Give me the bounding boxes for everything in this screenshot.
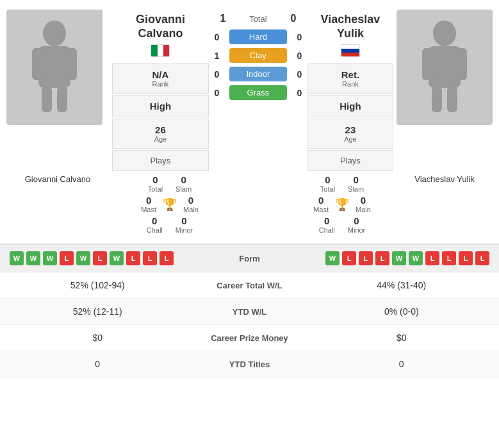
left-mast-lbl: Mast [141, 206, 156, 213]
left-age-box: 26 Age [112, 119, 209, 149]
comp-left-1: 52% (12-11) [10, 306, 186, 317]
right-player-silhouette [419, 19, 470, 115]
left-rank-value: N/A [116, 69, 205, 80]
right-indoor-score: 0 [295, 69, 304, 79]
left-indoor-score: 0 [212, 69, 222, 79]
trophy-right: 🏆 [335, 197, 349, 212]
left-player-photo-card [6, 10, 109, 125]
form-badge-rw3: W [409, 251, 423, 265]
left-chall-lbl: Chall [147, 226, 163, 234]
svg-point-6 [433, 21, 456, 46]
comparison-row-2: $0 Career Prize Money $0 [0, 325, 499, 351]
form-badge-lw4: W [76, 251, 90, 265]
right-age-value: 23 [311, 124, 389, 135]
comparison-row-3: 0 YTD Titles 0 [0, 351, 499, 377]
comp-right-1: 0% (0-0) [314, 306, 490, 317]
svg-rect-2 [32, 48, 44, 80]
form-badge-rl1: L [342, 251, 356, 265]
right-form: W L L L W W L L L L [275, 251, 490, 265]
left-rank-label: Rank [116, 80, 205, 88]
left-total-lbl: Total [148, 185, 163, 193]
left-slam-lbl: Slam [176, 185, 192, 193]
comp-right-3: 0 [314, 359, 490, 369]
comp-label-1: YTD W/L [186, 307, 314, 317]
right-player-name-header: Viacheslav Yulik [307, 13, 393, 40]
comp-label-2: Career Prize Money [186, 333, 314, 343]
left-total-val: 0 [148, 174, 163, 185]
right-player-flag [341, 44, 360, 57]
comp-left-3: 0 [10, 359, 186, 369]
left-player-info: Giovanni Calvano N/A Rank High 26 Age Pl… [112, 10, 209, 171]
right-total-lbl: Total [320, 185, 335, 193]
left-plays-box: Plays [112, 150, 209, 171]
right-slam-val: 0 [348, 174, 364, 185]
right-clay-score: 0 [295, 51, 304, 61]
comp-left-2: $0 [10, 333, 186, 343]
svg-rect-11 [447, 87, 457, 112]
left-mast-val: 0 [141, 195, 156, 206]
comp-label-3: YTD Titles [186, 360, 314, 369]
right-hard-score: 0 [295, 32, 304, 42]
left-main-val: 0 [183, 195, 199, 206]
comparison-row-1: 52% (12-11) YTD W/L 0% (0-0) [0, 299, 499, 325]
hard-button: Hard [229, 29, 287, 44]
form-badge-lw1: W [10, 251, 24, 265]
right-plays-value: Plays [311, 156, 389, 165]
indoor-button: Indoor [229, 67, 287, 81]
right-mast-val: 0 [313, 195, 329, 206]
svg-rect-3 [65, 48, 77, 80]
right-minor-lbl: Minor [348, 226, 366, 234]
right-mast-lbl: Mast [313, 206, 329, 213]
form-badge-ll4: L [143, 251, 157, 265]
right-player-name: Viacheslav Yulik [397, 174, 493, 184]
right-chall-lbl: Chall [319, 226, 335, 234]
bottom-section: W W W L W L W L L L Form W L L L W W L L [0, 244, 499, 377]
left-player-name: Giovanni Calvano [6, 174, 109, 184]
svg-rect-8 [422, 48, 434, 80]
right-rank-value: Ret. [311, 69, 389, 80]
form-badge-lw2: W [26, 251, 40, 265]
form-badge-rl4: L [425, 251, 439, 265]
right-player-photo-card [397, 10, 493, 125]
total-label: Total [239, 14, 277, 24]
left-form: W W W L W L W L L L [10, 251, 224, 265]
center-scores: 1 Total 0 0 Hard 0 1 Clay 0 0 Indoor 0 0 [212, 10, 304, 104]
right-age-label: Age [311, 135, 389, 143]
form-badge-ll1: L [60, 251, 74, 265]
right-slam-lbl: Slam [348, 185, 364, 193]
right-high-box: High [307, 95, 393, 117]
svg-rect-9 [455, 48, 467, 80]
left-player-flag [151, 44, 170, 57]
form-badge-ll5: L [160, 251, 174, 265]
left-player-name-header: Giovanni Calvano [112, 13, 209, 40]
right-grass-score: 0 [295, 88, 304, 98]
left-grass-score: 0 [212, 88, 222, 98]
right-main-val: 0 [356, 195, 371, 206]
form-row: W W W L W L W L L L Form W L L L W W L L [0, 245, 499, 272]
svg-rect-10 [432, 87, 442, 112]
comp-left-0: 52% (102-94) [10, 280, 186, 290]
left-age-label: Age [116, 135, 205, 143]
left-high-value: High [116, 101, 205, 112]
grass-button: Grass [229, 85, 287, 100]
left-high-box: High [112, 95, 209, 117]
trophy-left: 🏆 [163, 197, 177, 212]
svg-rect-5 [57, 87, 67, 112]
form-badge-rl7: L [475, 251, 489, 265]
left-slam-val: 0 [176, 174, 192, 185]
right-plays-box: Plays [307, 150, 393, 171]
right-total-val: 0 [320, 174, 335, 185]
form-badge-rl3: L [375, 251, 389, 265]
left-total-score: 1 [217, 13, 229, 24]
left-minor-lbl: Minor [176, 226, 193, 234]
left-clay-score: 1 [212, 51, 222, 61]
right-rank-box: Ret. Rank [307, 63, 393, 94]
right-chall-val: 0 [319, 215, 335, 226]
left-player-silhouette [29, 19, 80, 115]
left-chall-val: 0 [147, 215, 163, 226]
comp-right-2: $0 [314, 333, 490, 343]
right-rank-label: Rank [311, 80, 389, 88]
form-badge-rw1: W [325, 251, 339, 265]
right-age-box: 23 Age [307, 119, 393, 149]
left-hard-score: 0 [212, 32, 222, 42]
